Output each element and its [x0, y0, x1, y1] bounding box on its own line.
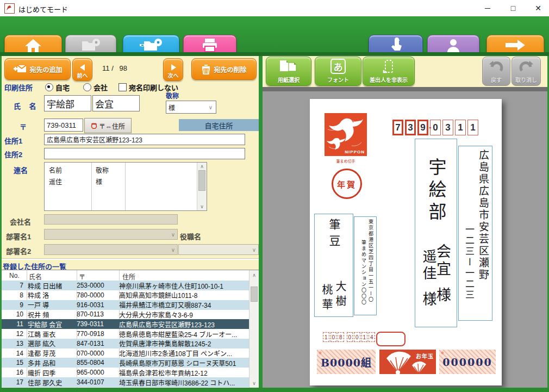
address1-input[interactable]: 広島県広島市安芸区瀬野123-123: [44, 134, 245, 145]
address-list-row[interactable]: 16織折 四季965-0000福島県会津若松市年貢納12-12: [2, 368, 249, 377]
company-input[interactable]: [44, 214, 178, 225]
scroll-down-icon[interactable]: ∨: [197, 204, 207, 209]
address-list-row[interactable]: 9一戸 導916-0031福井県鯖江市橋立町又覗887-34: [2, 300, 249, 310]
dept1-select[interactable]: ∨: [44, 229, 178, 240]
address-list-row[interactable]: 11宇絵部 会宜739-0311広島県広島市安芸区瀬野123-123: [2, 319, 249, 329]
minimize-button[interactable]: ─: [476, 0, 500, 16]
honorific-select[interactable]: 様 ∨: [166, 101, 216, 114]
zip-digit-box: 3: [442, 120, 453, 135]
paper-pages-icon: [279, 57, 298, 76]
radio-home[interactable]: 自宅: [45, 82, 70, 92]
stamp-country-label: NIPPON: [345, 150, 365, 154]
address-list-row[interactable]: 13選部 紘久847-0131佐賀県唐津市神集島解散1245-2: [2, 339, 249, 349]
sender-family-name: 筆豆: [326, 219, 342, 251]
radio-office-icon: [83, 83, 91, 91]
lottery-left-block: B0000組: [317, 350, 376, 374]
address-list-scrollbar[interactable]: ∧ ∨: [249, 270, 259, 388]
hide-sender-button[interactable]: 差出人を非表示: [363, 57, 415, 86]
next-button[interactable]: 次へ: [163, 58, 183, 81]
home-address-chip: 自宅住所: [179, 119, 259, 131]
sender-given-right: 大樹: [333, 281, 348, 310]
joint-name-label: 連名: [14, 165, 28, 175]
checkbox-icon: [118, 83, 127, 91]
radio-office[interactable]: 会社: [83, 82, 108, 92]
zip-input[interactable]: 739-0311: [44, 119, 83, 132]
sender-zip-digit-box: 1: [361, 332, 368, 342]
last-name-input[interactable]: 宇絵部: [44, 95, 91, 111]
dept2-select[interactable]: ∨: [44, 244, 178, 255]
main-toolbar: オープニングメニュー 保存 別名保存 印刷 タッチモードへ 差出人編集: [0, 16, 549, 52]
window-bottom-edge: [0, 388, 549, 392]
chevron-down-icon: ∨: [209, 104, 213, 110]
undo-button[interactable]: 戻す: [482, 57, 510, 86]
arrow-right-icon: [170, 64, 177, 71]
sender-area-dashed-icon: [382, 57, 396, 76]
title-bar: はじめてモード ─ □ ✕: [0, 0, 549, 17]
sender-address-line2: 筆まめマンション〇〇〇: [360, 240, 367, 313]
postal-mascot-icon: [91, 122, 97, 129]
dept2-label: 部署名2: [6, 246, 31, 256]
joint-col-honorific: 敬称: [96, 165, 109, 175]
joint-name-cell: 遥佳: [49, 177, 62, 186]
stamp-image: NIPPON: [325, 113, 367, 156]
paper-select-button[interactable]: 用紙選択: [266, 57, 311, 86]
scroll-up-icon[interactable]: ∧: [197, 164, 207, 169]
divider: [2, 258, 259, 260]
print-address-label: 印刷住所: [4, 82, 33, 92]
dept1-label: 部署名1: [6, 231, 31, 241]
chevron-down-icon: ∨: [171, 232, 175, 238]
zip-digit-box: 7: [392, 120, 403, 135]
font-button[interactable]: あ フォント: [315, 57, 361, 86]
scroll-down-icon[interactable]: ∨: [249, 381, 259, 386]
address-list-row[interactable]: 10祝井 頻870-0113大分県大分市家島々3-6-9: [2, 309, 249, 319]
font-a-icon: あ: [330, 57, 346, 76]
app-window: はじめてモード ─ □ ✕ オープニングメニュー 保存 別名保存 印刷: [0, 0, 549, 392]
chevron-down-icon: ∨: [252, 247, 256, 253]
postcard-preview[interactable]: NIPPON 筆まめ切手 年賀 7390311 - 広島県広島市安芸区瀬野 一二…: [310, 99, 502, 385]
address-list-row[interactable]: 8粋成 洛780-0000高知県高知市鏡餅山1011-8: [2, 290, 249, 300]
scroll-thumb[interactable]: [198, 170, 205, 191]
nenga-mark: 年賀: [332, 169, 362, 199]
recipient-given-left: 遥佳様: [419, 249, 439, 308]
address-list-row[interactable]: 14逢都 芽茂070-0000北海道旭川市2条通108丁目 ペンギン...: [2, 349, 249, 358]
close-button[interactable]: ✕: [526, 0, 549, 16]
scroll-up-icon[interactable]: ∧: [249, 272, 259, 278]
address-list-row[interactable]: 15多井 品和855-0804長崎県島原市万町慈恩 シローヌ天草501: [2, 358, 249, 368]
honorific: 様: [420, 291, 436, 308]
recipient-address-line1: 広島県広島市安芸区瀬野: [476, 150, 491, 317]
toolbar-separator: [0, 52, 549, 56]
job-title-label: 役職名: [180, 231, 201, 241]
app-icon: [4, 3, 15, 14]
maximize-button[interactable]: □: [501, 0, 525, 16]
postal-free-box: [376, 332, 405, 346]
recipient-family-name: 宇絵部: [423, 158, 449, 225]
first-name-input[interactable]: 会宜: [92, 95, 140, 111]
joint-honorific-cell: 様: [96, 177, 102, 186]
scroll-thumb[interactable]: [251, 287, 258, 302]
add-recipient-button[interactable]: 宛先の追加: [4, 58, 71, 80]
envelope-plus-icon: [13, 64, 27, 74]
lottery-right-block: 000000: [439, 350, 496, 374]
delete-recipient-button[interactable]: 宛先の削除: [191, 58, 257, 80]
record-counter: 11 / 98: [102, 64, 167, 72]
sender-zip-digit-box: 0: [354, 332, 360, 342]
address2-input[interactable]: [44, 148, 245, 159]
redo-arrow-icon: [518, 57, 534, 76]
address-list-header: No. 氏名 〒 住所: [2, 270, 249, 281]
zip-address-convert-button[interactable]: 〒⇔住所: [84, 118, 132, 133]
address-list-row[interactable]: 17佳部 那久史344-0107埼玉県春日部市塚崎川3686-22 コトハ...: [2, 377, 249, 387]
address-list-row[interactable]: 12江鵜 亜衣770-0918徳島県徳島市紺屋藍染25-4 ブルーオー...: [2, 329, 249, 339]
prev-button[interactable]: 前へ: [72, 58, 92, 81]
zip-digit-box: 9: [417, 120, 428, 135]
joint-name-table[interactable]: 名前 敬称 遥佳様 ∧ ∨: [44, 162, 207, 211]
address-list-row[interactable]: 7粋成 日出緒253-0000神奈川県茅ヶ崎市佳人住町100-10-1: [2, 281, 249, 290]
job-title-select[interactable]: ∨: [178, 244, 259, 255]
address1-label: 住所1: [4, 135, 22, 146]
redo-button[interactable]: 取り消し: [511, 57, 541, 86]
sender-zip-digit-box: 8: [338, 332, 344, 342]
joint-scrollbar[interactable]: ∧ ∨: [197, 163, 207, 210]
chevron-down-icon: ∨: [171, 247, 175, 253]
canvas-top-shadow: [263, 87, 547, 91]
joint-col-name: 名前: [49, 165, 62, 175]
zip-label: 〒: [20, 121, 27, 132]
